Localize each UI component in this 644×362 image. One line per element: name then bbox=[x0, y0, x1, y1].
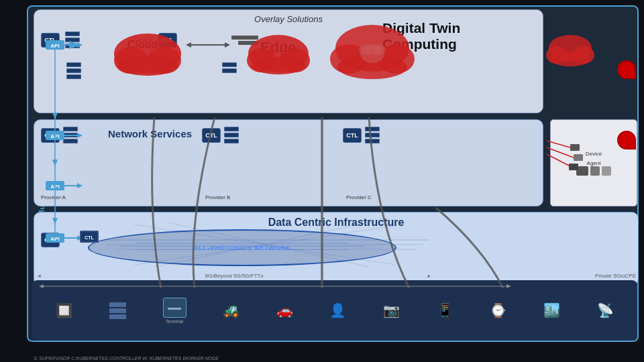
terminal-icon: ▬▬ Terminal bbox=[163, 298, 186, 324]
network-label-bar: ◄ 6G/Beyond 5G/5G/FTTx ► Private 5G/uCPE bbox=[37, 273, 636, 279]
network-range-label: 6G/Beyond 5G/5G/FTTx bbox=[205, 273, 264, 279]
network-box: Network Services CTL Provider A CTL Prov… bbox=[34, 119, 543, 206]
agent-label: Agent bbox=[587, 160, 601, 166]
server-stack-cloud-bottom bbox=[66, 62, 81, 79]
overlay-box: Overlay Solutions CTL ⟺ CTL bbox=[34, 9, 543, 113]
edge-label: Edge bbox=[260, 39, 297, 56]
bottom-icons-row: 🔲 ▬▬ Terminal 🚜 🚗 👤 bbox=[32, 280, 637, 341]
chip-icon: 🔲 bbox=[56, 302, 72, 318]
server-stack-a bbox=[63, 127, 78, 143]
provider-b-label: Provider B bbox=[205, 194, 230, 200]
car-icon: 🚗 bbox=[276, 302, 293, 318]
edge-devices bbox=[231, 36, 258, 45]
photonics-text: ALL-PHOTONICS NETWORK bbox=[194, 245, 290, 251]
antenna-icon: 📡 bbox=[597, 302, 614, 318]
digital-twin-label: Digital TwinComputing bbox=[382, 20, 460, 52]
ctl-provider-b: CTL bbox=[202, 128, 221, 143]
network-title: Network Services bbox=[108, 128, 192, 139]
server-stack-edge-bottom bbox=[222, 62, 237, 73]
private-network-label: Private 5G/uCPE bbox=[595, 273, 636, 279]
dci-title: Data Centric Infrastructure bbox=[34, 213, 638, 229]
ctl-provider-a: CTL bbox=[41, 128, 60, 143]
camera-icon: 📷 bbox=[383, 302, 400, 318]
person-icon: 👤 bbox=[329, 302, 346, 318]
ctl-cloud: CTL bbox=[41, 33, 60, 48]
provider-a-label: Provider A bbox=[41, 194, 66, 200]
legend: S: SUPERVISOR C:KUBERNETES CONTROLLER W:… bbox=[34, 356, 219, 361]
cloud-label: Cloud bbox=[127, 39, 158, 51]
server-stack-b bbox=[224, 127, 239, 143]
servers-icon bbox=[109, 302, 126, 319]
city-icon: 🏙️ bbox=[543, 302, 560, 318]
red-hat-logo-2 bbox=[617, 131, 636, 149]
overlay-title: Overlay Solutions bbox=[34, 10, 543, 24]
main-container: Multi-Orchestrator Overlay Solutions CTL… bbox=[0, 0, 644, 362]
server-stack-c bbox=[365, 127, 380, 143]
tractor-icon: 🚜 bbox=[223, 302, 239, 318]
photonics-ellipse: ALL-PHOTONICS NETWORK bbox=[88, 229, 396, 266]
red-hat-logo-1 bbox=[617, 60, 636, 79]
ctl-provider-c: CTL bbox=[343, 128, 362, 143]
ctl-edge: CTL bbox=[158, 33, 177, 48]
provider-c-label: Provider C bbox=[346, 194, 372, 200]
tablet-icon: 📱 bbox=[437, 302, 453, 318]
watch-icon: ⌚ bbox=[490, 302, 506, 318]
device-label: Device bbox=[586, 151, 602, 157]
ctl-dci: CTL bbox=[41, 233, 60, 247]
server-stack-cloud bbox=[65, 32, 80, 48]
